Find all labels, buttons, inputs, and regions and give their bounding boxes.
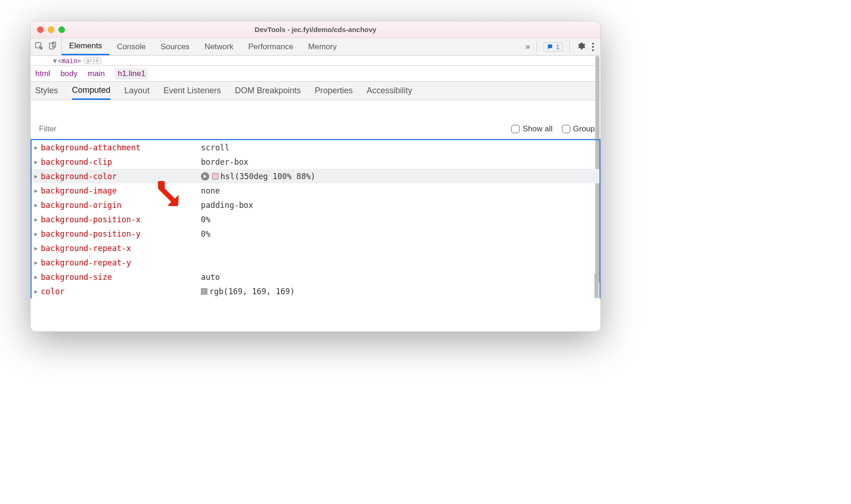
subtab-accessibility[interactable]: Accessibility	[367, 82, 412, 100]
property-row[interactable]: ▶background-originpadding-box	[32, 198, 600, 212]
property-row[interactable]: ▶background-attachmentscroll	[32, 140, 600, 155]
property-name: color	[41, 287, 201, 296]
property-value[interactable]: border-box	[201, 157, 248, 167]
property-name: background-color	[41, 172, 201, 181]
tab-network[interactable]: Network	[197, 38, 241, 55]
subtab-dom-breakpoints[interactable]: DOM Breakpoints	[235, 82, 301, 100]
titlebar: DevTools - jec.fyi/demo/cds-anchovy	[31, 21, 600, 38]
minimize-icon[interactable]	[48, 26, 54, 33]
color-swatch[interactable]	[201, 288, 207, 295]
computed-properties: ▶background-attachmentscroll▶background-…	[31, 139, 600, 298]
property-row[interactable]: ▶background-clipborder-box	[32, 155, 600, 169]
property-name: background-position-y	[41, 229, 201, 239]
property-value[interactable]: hsl(350deg 100% 88%)	[220, 172, 316, 181]
expand-icon[interactable]: ▶	[34, 288, 41, 295]
breadcrumb-h1-line1[interactable]: h1.line1	[115, 68, 148, 79]
property-name: background-size	[41, 272, 201, 282]
property-name: background-repeat-y	[41, 258, 201, 267]
caret-down-icon: ▼	[53, 57, 57, 65]
breadcrumb-main[interactable]: main	[88, 69, 105, 78]
toolbar-left	[31, 38, 62, 55]
show-all-checkbox[interactable]: Show all	[511, 124, 552, 134]
expand-icon[interactable]: ▶	[34, 187, 41, 194]
tab-memory[interactable]: Memory	[301, 38, 344, 55]
inspect-icon[interactable]	[34, 41, 44, 52]
subtab-layout[interactable]: Layout	[124, 82, 149, 100]
property-value[interactable]: 0%	[201, 229, 210, 239]
breadcrumbs: htmlbodymainh1.line1	[31, 66, 600, 82]
window-controls	[31, 26, 65, 33]
property-name: background-clip	[41, 157, 201, 167]
property-row[interactable]: ▶background-repeat-y	[32, 255, 600, 270]
issues-button[interactable]: 1	[543, 42, 563, 52]
settings-icon[interactable]	[576, 41, 586, 52]
property-name: background-attachment	[41, 143, 201, 152]
maximize-icon[interactable]	[58, 26, 65, 33]
device-toggle-icon[interactable]	[48, 41, 58, 52]
property-value[interactable]: padding-box	[201, 200, 253, 210]
subtab-styles[interactable]: Styles	[35, 82, 58, 100]
property-row[interactable]: ▶colorrgb(169, 169, 169)	[32, 284, 600, 298]
goto-source-icon[interactable]	[201, 172, 209, 181]
property-value[interactable]: none	[201, 186, 220, 195]
subtab-computed[interactable]: Computed	[72, 82, 110, 100]
expand-icon[interactable]: ▶	[34, 159, 41, 165]
expand-icon[interactable]: ▶	[34, 245, 41, 252]
subtab-event-listeners[interactable]: Event Listeners	[163, 82, 221, 100]
scrollbar[interactable]	[594, 272, 599, 298]
property-row[interactable]: ▶background-position-y0%	[32, 226, 600, 241]
window-title: DevTools - jec.fyi/demo/cds-anchovy	[255, 26, 376, 33]
property-value[interactable]: rgb(169, 169, 169)	[209, 287, 295, 296]
group-checkbox[interactable]: Group	[562, 124, 595, 134]
property-row[interactable]: ▶background-repeat-x	[32, 241, 600, 255]
property-row[interactable]: ▶background-position-x0%	[32, 212, 600, 226]
tab-console[interactable]: Console	[110, 38, 153, 55]
property-value[interactable]: 0%	[201, 215, 210, 224]
main-toolbar: ElementsConsoleSourcesNetworkPerformance…	[31, 38, 600, 56]
expand-icon[interactable]: ▶	[34, 274, 41, 280]
expand-icon[interactable]: ▶	[34, 173, 41, 180]
more-tabs-icon[interactable]: »	[525, 42, 530, 52]
subtab-properties[interactable]: Properties	[315, 82, 353, 100]
tab-performance[interactable]: Performance	[241, 38, 301, 55]
filter-input[interactable]	[36, 122, 502, 136]
toolbar-right: » 1	[519, 38, 600, 55]
property-name: background-position-x	[41, 215, 201, 224]
svg-rect-1	[50, 43, 54, 49]
expand-icon[interactable]: ▶	[34, 216, 41, 223]
devtools-window: DevTools - jec.fyi/demo/cds-anchovy Elem…	[30, 21, 601, 332]
kebab-menu-icon[interactable]	[592, 43, 594, 51]
expand-icon[interactable]: ▶	[34, 259, 41, 266]
expand-icon[interactable]: ▶	[34, 144, 41, 151]
property-value[interactable]: scroll	[201, 143, 229, 152]
expand-icon[interactable]: ▶	[34, 202, 41, 208]
annotation-arrow-icon	[155, 180, 179, 208]
property-row[interactable]: ▶background-colorhsl(350deg 100% 88%)	[32, 169, 600, 183]
breadcrumb-body[interactable]: body	[60, 69, 77, 78]
breadcrumb-html[interactable]: html	[35, 69, 50, 78]
property-row[interactable]: ▶background-sizeauto	[32, 270, 600, 284]
grid-badge[interactable]: grid	[84, 57, 101, 64]
property-row[interactable]: ▶background-imagenone	[32, 183, 600, 198]
main-tabs: ElementsConsoleSourcesNetworkPerformance…	[62, 38, 519, 55]
tab-sources[interactable]: Sources	[153, 38, 197, 55]
filter-bar: Show all Group	[31, 119, 600, 139]
tab-elements[interactable]: Elements	[62, 38, 110, 55]
sidebar-tabs: StylesComputedLayoutEvent ListenersDOM B…	[31, 82, 600, 100]
issues-count: 1	[556, 43, 560, 51]
property-value[interactable]: auto	[201, 272, 220, 282]
property-name: background-repeat-x	[41, 244, 201, 253]
close-icon[interactable]	[37, 26, 44, 33]
expand-icon[interactable]: ▶	[34, 231, 41, 237]
dom-tree-row[interactable]: ▼ <main> grid	[31, 56, 600, 66]
color-swatch[interactable]	[212, 173, 219, 180]
